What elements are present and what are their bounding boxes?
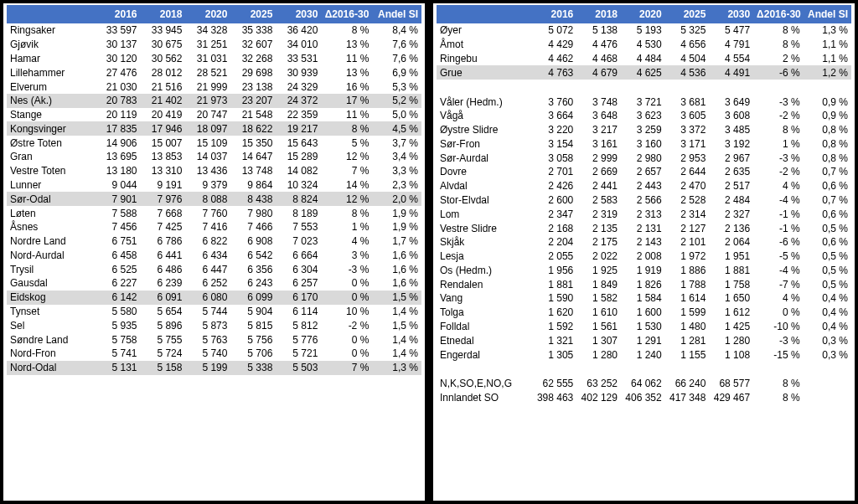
table-row: Hamar30 12030 56231 03132 26833 53111 %7… xyxy=(7,52,421,66)
cell-value: 2 136 xyxy=(709,221,753,235)
cell-value: 13 % xyxy=(321,38,372,52)
cell-value: 30 675 xyxy=(141,38,186,52)
cell-value: 2 441 xyxy=(576,179,621,193)
cell-value: 7 668 xyxy=(141,206,186,220)
cell-value: 34 010 xyxy=(276,38,321,52)
cell-value: 8 % xyxy=(753,391,804,405)
cell-value: 7 976 xyxy=(141,192,186,206)
cell-value: 1 590 xyxy=(533,291,577,306)
cell-value: -4 % xyxy=(753,264,804,278)
cell-value: 0,3 % xyxy=(804,347,851,362)
cell-value: 11 % xyxy=(321,52,372,66)
cell-value: 7 456 xyxy=(96,220,141,234)
cell-value: 3 721 xyxy=(621,95,665,109)
cell-value: 3 623 xyxy=(621,109,665,123)
cell-value: 13 310 xyxy=(141,164,186,178)
cell-value: 5 338 xyxy=(230,361,276,375)
cell-value: 6 664 xyxy=(276,249,321,263)
cell-value: -6 % xyxy=(753,65,804,80)
cell-value: 3 192 xyxy=(709,136,753,151)
cell-value: 5 131 xyxy=(96,361,141,375)
cell-value: 20 419 xyxy=(141,108,186,122)
col-2030: 2030 xyxy=(709,5,753,23)
cell-value: 30 562 xyxy=(141,52,186,66)
cell-value: 18 622 xyxy=(230,121,276,136)
cell-value: 8,4 % xyxy=(372,23,421,38)
cell-value: 1 925 xyxy=(576,264,621,278)
cell-value: 8 % xyxy=(321,23,372,38)
cell-value: 1 919 xyxy=(621,264,665,278)
table-row: Sør-Odal7 9017 9768 0888 4388 82412 %2,0… xyxy=(7,192,421,206)
cell-value: 1 530 xyxy=(621,320,665,334)
row-name: Kongsvinger xyxy=(7,121,96,136)
table-row: Trysil6 5256 4866 4476 3566 304-3 %1,6 % xyxy=(7,262,421,276)
cell-value: 7 901 xyxy=(96,192,141,206)
cell-value: 7 % xyxy=(321,361,372,375)
row-name: Nord-Fron xyxy=(7,347,96,361)
table-row: Stor-Elvdal2 6002 5832 5662 5282 484-4 %… xyxy=(437,193,851,208)
cell-value: 2 657 xyxy=(621,165,665,179)
cell-value: 7 466 xyxy=(230,220,276,234)
cell-value: 1,5 % xyxy=(372,318,421,332)
cell-value: 1 281 xyxy=(665,333,710,347)
cell-value: 1 972 xyxy=(665,249,710,264)
cell-value: 7,6 % xyxy=(372,38,421,52)
cell-value: 5 % xyxy=(321,136,372,150)
cell-value: 21 402 xyxy=(141,94,186,108)
row-name: Øyer xyxy=(437,23,533,38)
cell-value: 20 119 xyxy=(96,108,141,122)
row-name: Søndre Land xyxy=(7,332,96,347)
row-name: Nordre Land xyxy=(7,234,96,249)
cell-value: 5 158 xyxy=(141,361,186,375)
row-name: Sør-Aurdal xyxy=(437,151,533,165)
cell-value: 2 313 xyxy=(621,207,665,221)
table-row: Rendalen1 8811 8491 8261 7881 758-7 %0,5… xyxy=(437,277,851,291)
cell-value: 19 217 xyxy=(276,121,321,136)
cell-value: 2 443 xyxy=(621,179,665,193)
cell-value: 1 956 xyxy=(533,264,577,278)
cell-value: 3 681 xyxy=(665,95,710,109)
cell-value: 6 751 xyxy=(96,234,141,249)
cell-value: 4 % xyxy=(753,291,804,306)
cell-value: 1 650 xyxy=(709,291,753,306)
cell-value: 3,7 % xyxy=(372,136,421,150)
cell-value: 2 484 xyxy=(709,193,753,208)
row-name: Elverum xyxy=(7,80,96,94)
cell-value: 3 649 xyxy=(709,95,753,109)
cell-value: 1 584 xyxy=(621,291,665,306)
cell-value: 1 305 xyxy=(533,347,577,362)
cell-value xyxy=(804,391,851,405)
cell-value: 1 582 xyxy=(576,291,621,306)
table-row: Folldal1 5921 5611 5301 4801 425-10 %0,4… xyxy=(437,320,851,334)
col-name xyxy=(7,5,96,23)
col-2030: 2030 xyxy=(276,5,321,23)
cell-value: 6 170 xyxy=(276,291,321,305)
cell-value: 4 763 xyxy=(533,65,577,80)
cell-value: 14 % xyxy=(321,178,372,193)
cell-value: 1 881 xyxy=(533,277,577,291)
cell-value: 1 881 xyxy=(709,264,753,278)
cell-value: -1 % xyxy=(753,221,804,235)
cell-value: 2 327 xyxy=(709,207,753,221)
cell-value: 5 325 xyxy=(665,23,710,38)
cell-value: 1,9 % xyxy=(372,220,421,234)
cell-value: 1 788 xyxy=(665,277,710,291)
cell-value: 33 597 xyxy=(96,23,141,38)
row-name: Trysil xyxy=(7,262,96,276)
row-name: Sør-Fron xyxy=(437,136,533,151)
cell-value: 8 % xyxy=(753,377,804,391)
cell-value: 4 % xyxy=(321,234,372,249)
cell-value: 2 470 xyxy=(665,179,710,193)
row-name: Sør-Odal xyxy=(7,192,96,206)
table-row: Tynset5 5805 6545 7445 9046 11410 %1,4 % xyxy=(7,305,421,319)
cell-value: 4 476 xyxy=(576,38,621,52)
cell-value: -3 % xyxy=(321,262,372,276)
cell-value: 1 321 xyxy=(533,333,577,347)
cell-value: 1,7 % xyxy=(372,234,421,249)
cell-value: 398 463 xyxy=(533,391,577,405)
row-name: Sel xyxy=(7,318,96,332)
cell-value: 30 939 xyxy=(276,65,321,80)
row-name: Engerdal xyxy=(437,347,533,362)
cell-value: 24 329 xyxy=(276,80,321,94)
cell-value: 13 748 xyxy=(230,164,276,178)
